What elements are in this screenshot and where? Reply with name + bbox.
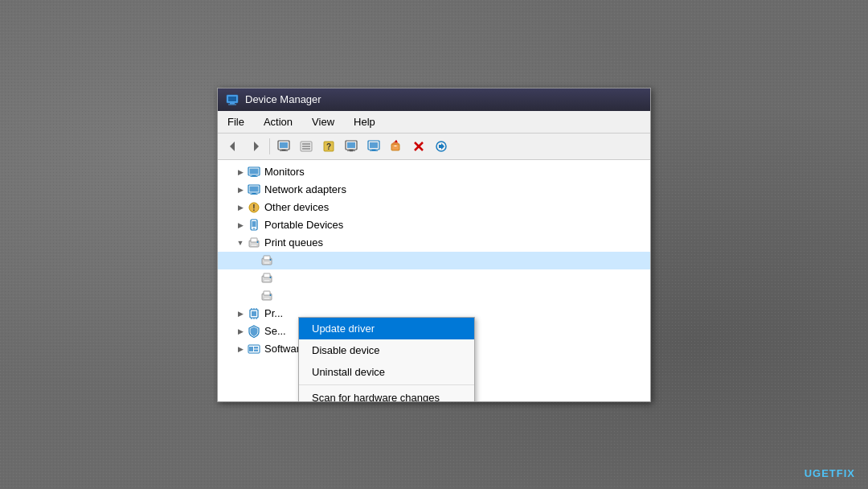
software-arrow: ▶ <box>234 343 247 355</box>
watermark-highlight: ET <box>821 467 837 479</box>
printq-label: Print queues <box>264 236 323 249</box>
processors-icon <box>247 306 261 321</box>
portable-label: Portable Devices <box>264 219 343 231</box>
svg-rect-1 <box>228 97 236 101</box>
security-icon <box>247 324 261 339</box>
svg-rect-7 <box>280 142 288 148</box>
security-label: Se... <box>264 325 286 337</box>
printq-icon <box>247 236 261 250</box>
svg-rect-60 <box>264 298 270 299</box>
other-label: Other devices <box>264 201 329 213</box>
network-arrow: ▶ <box>234 183 247 196</box>
printer3-arrow <box>247 290 260 302</box>
menu-action[interactable]: Action <box>254 113 302 131</box>
menu-bar: File Action View Help <box>218 111 650 134</box>
svg-text:!: ! <box>252 203 255 212</box>
tree-item-portable[interactable]: ▶ Portable Devices <box>218 216 650 234</box>
menu-file[interactable]: File <box>218 113 254 131</box>
svg-rect-36 <box>251 176 258 177</box>
printer1-icon <box>260 253 274 268</box>
software-icon <box>247 342 261 356</box>
svg-point-53 <box>270 259 272 261</box>
context-scan-hardware[interactable]: Scan for hardware changes <box>299 387 474 401</box>
title-bar: Device Manager <box>218 88 650 111</box>
svg-rect-17 <box>347 142 355 148</box>
svg-marker-5 <box>254 142 259 151</box>
svg-rect-40 <box>251 194 258 195</box>
menu-help[interactable]: Help <box>344 113 385 131</box>
svg-rect-2 <box>230 103 235 105</box>
portable-arrow: ▶ <box>234 219 247 232</box>
device-manager-window: Device Manager File Action View Help <box>217 88 651 402</box>
tree-item-printer3[interactable] <box>218 287 650 305</box>
svg-rect-56 <box>264 280 270 281</box>
svg-rect-55 <box>264 273 270 277</box>
svg-rect-45 <box>253 228 256 228</box>
toolbar-list-view[interactable] <box>296 136 317 157</box>
context-disable-device[interactable]: Disable device <box>299 339 474 361</box>
svg-marker-4 <box>230 142 235 151</box>
watermark-prefix: UG <box>805 467 822 479</box>
svg-rect-8 <box>282 150 286 150</box>
svg-rect-51 <box>264 256 270 260</box>
context-menu: Update driver Disable device Uninstall d… <box>298 317 475 401</box>
svg-rect-20 <box>350 150 353 151</box>
toolbar-add[interactable]: ▲ <box>386 136 407 157</box>
toolbar-sep1 <box>269 138 270 154</box>
other-icon: ! <box>247 200 261 215</box>
toolbar-help[interactable]: ? <box>318 136 339 157</box>
tree-item-network[interactable]: ▶ Network adapters <box>218 181 650 199</box>
tree-item-printer2[interactable] <box>218 269 650 287</box>
svg-rect-25 <box>391 144 399 150</box>
printer1-arrow <box>247 254 260 267</box>
toolbar-back[interactable] <box>223 136 244 157</box>
title-bar-icon <box>226 93 239 106</box>
svg-rect-73 <box>254 349 258 351</box>
tree-item-printq[interactable]: ▼ Print queues <box>218 234 650 252</box>
monitors-icon <box>247 165 261 179</box>
svg-rect-3 <box>228 104 236 105</box>
processors-label: Pr... <box>264 307 283 319</box>
monitors-label: Monitors <box>264 166 305 178</box>
svg-rect-23 <box>372 150 376 150</box>
svg-point-57 <box>270 277 272 278</box>
toolbar-devices-view[interactable] <box>273 136 294 157</box>
printer2-icon <box>260 271 274 286</box>
menu-view[interactable]: View <box>302 113 344 131</box>
svg-point-61 <box>270 294 272 296</box>
tree-item-other[interactable]: ▶ ! Other devices <box>218 199 650 216</box>
svg-rect-59 <box>264 291 270 295</box>
network-icon <box>247 183 261 197</box>
security-arrow: ▶ <box>234 325 247 338</box>
svg-rect-24 <box>370 150 378 151</box>
printer3-icon <box>260 289 274 303</box>
context-update-driver[interactable]: Update driver <box>299 318 474 339</box>
other-arrow: ▶ <box>234 201 247 214</box>
monitors-arrow: ▶ <box>234 166 247 179</box>
title-bar-text: Device Manager <box>245 93 321 105</box>
svg-rect-48 <box>251 244 257 246</box>
processors-arrow: ▶ <box>234 307 247 320</box>
toolbar-properties[interactable] <box>341 136 362 157</box>
svg-rect-39 <box>252 193 256 194</box>
svg-rect-72 <box>254 347 258 349</box>
portable-icon <box>247 218 261 232</box>
tree-item-monitors[interactable]: ▶ Monitors <box>218 163 650 181</box>
svg-text:▲: ▲ <box>394 140 399 143</box>
toolbar-forward[interactable] <box>245 136 266 157</box>
svg-rect-27 <box>395 146 397 146</box>
svg-rect-52 <box>264 262 270 264</box>
toolbar-remove[interactable] <box>408 136 429 157</box>
svg-rect-38 <box>250 186 259 191</box>
context-uninstall-device[interactable]: Uninstall device <box>299 361 474 383</box>
printer2-arrow <box>247 272 260 285</box>
svg-rect-9 <box>280 150 288 151</box>
svg-rect-71 <box>249 347 253 351</box>
tree-item-printer1[interactable] <box>218 252 650 269</box>
svg-rect-47 <box>251 238 257 242</box>
toolbar-monitor[interactable] <box>363 136 384 157</box>
toolbar-update[interactable] <box>431 136 452 157</box>
watermark: UGETFIX <box>805 467 855 479</box>
toolbar: ? ▲ <box>218 134 650 160</box>
watermark-suffix: FIX <box>837 467 855 479</box>
